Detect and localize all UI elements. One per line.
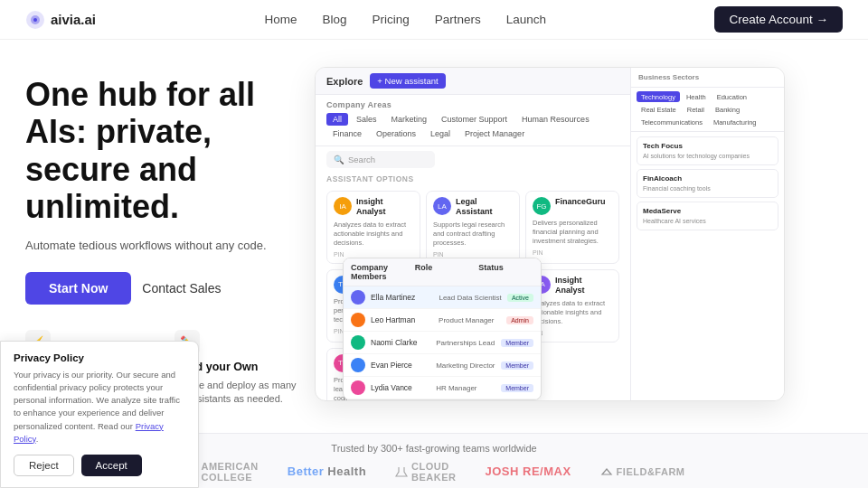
explore-label: Explore xyxy=(326,76,363,87)
sector-tab-retail[interactable]: Retail xyxy=(683,104,709,115)
privacy-buttons: Reject Accept xyxy=(14,455,185,476)
sector-cards: Tech Focus AI solutions for technology c… xyxy=(631,132,784,235)
dashboard-preview: Explore + New assistant Company Areas Al… xyxy=(315,67,785,401)
sector-tab-health[interactable]: Health xyxy=(682,91,711,102)
assistant-avatar-1: LA xyxy=(433,197,451,215)
assistant-card-1[interactable]: LA Legal Assistant Supports legal resear… xyxy=(426,191,520,264)
sector-card-name-1: FinAIcoach xyxy=(643,174,772,183)
member-name-3: Evan Pierce xyxy=(371,361,430,370)
tab-legal[interactable]: Legal xyxy=(424,127,457,140)
logo-cloud-beaker: CLOUDBEAKER xyxy=(395,461,456,483)
new-assistant-button[interactable]: + New assistant xyxy=(370,73,445,89)
member-avatar-2 xyxy=(351,335,365,350)
search-box[interactable]: 🔍 Search xyxy=(326,151,435,168)
member-badge-3: Member xyxy=(501,361,533,370)
member-name-4: Lydia Vance xyxy=(371,383,430,392)
nav-pricing[interactable]: Pricing xyxy=(372,13,409,26)
sector-tab-tech[interactable]: Technology xyxy=(637,91,680,102)
member-row-3[interactable]: Evan Pierce Marketing Director Member xyxy=(344,354,541,377)
assistant-card-0[interactable]: IA Insight Analyst Analyzes data to extr… xyxy=(326,191,420,264)
company-areas-label: Company Areas xyxy=(326,100,619,109)
company-areas: Company Areas All Sales Marketing Custom… xyxy=(316,95,630,146)
navbar: aivia.ai Home Blog Pricing Partners Laun… xyxy=(0,0,868,40)
sector-tab-telco[interactable]: Telecommunications xyxy=(637,117,707,127)
sector-card-1[interactable]: FinAIcoach Financial coaching tools xyxy=(637,169,778,198)
member-row-2[interactable]: Naomi Clarke Partnerships Lead Member xyxy=(344,332,541,354)
members-overlay: Company Members Role Status Ella Martine… xyxy=(343,258,542,400)
assistant-options-label: ASSISTANT OPTIONS xyxy=(326,174,619,183)
tab-all[interactable]: All xyxy=(326,113,348,126)
logo-icon xyxy=(25,10,45,30)
accept-button[interactable]: Accept xyxy=(81,455,142,476)
sector-card-name-2: MedaServe xyxy=(643,207,772,215)
hero-right: Explore + New assistant Company Areas Al… xyxy=(315,67,843,433)
sector-tab-edu[interactable]: Education xyxy=(712,91,751,102)
tab-operations[interactable]: Operations xyxy=(370,127,422,140)
sector-card-name-0: Tech Focus xyxy=(643,142,772,150)
hero-title: One hub for all AIs: private, secure and… xyxy=(25,76,297,226)
assistant-avatar-0: IA xyxy=(334,197,352,215)
privacy-text: Your privacy is our priority. Our secure… xyxy=(14,369,185,446)
member-avatar-3 xyxy=(351,358,365,372)
assistant-pin-0: PIN xyxy=(334,251,413,258)
member-badge-2: Member xyxy=(501,339,533,347)
assistant-desc-5: Analyzes data to extract actionable insi… xyxy=(533,299,612,326)
member-row-4[interactable]: Lydia Vance HR Manager Member xyxy=(344,377,541,399)
tab-marketing[interactable]: Marketing xyxy=(385,113,434,126)
tab-sales[interactable]: Sales xyxy=(350,113,383,126)
dashboard-topbar: Explore + New assistant xyxy=(316,68,630,95)
tab-finance[interactable]: Finance xyxy=(326,127,368,140)
assistant-avatar-2: FG xyxy=(533,197,551,215)
assistant-pin-1: PIN xyxy=(433,251,513,258)
member-role-3: Marketing Director xyxy=(436,361,495,370)
sector-tab-re[interactable]: Real Estate xyxy=(637,104,681,115)
logo[interactable]: aivia.ai xyxy=(25,10,96,30)
member-role-0: Lead Data Scientist xyxy=(439,294,501,302)
member-row-0[interactable]: Ella Martinez Lead Data Scientist Active xyxy=(344,286,541,309)
member-role-2: Partnerships Lead xyxy=(436,339,495,347)
nav-blog[interactable]: Blog xyxy=(322,13,346,26)
hero-subtitle: Automate tedious workflows without any c… xyxy=(25,239,297,252)
sector-card-0[interactable]: Tech Focus AI solutions for technology c… xyxy=(637,136,778,165)
sector-tab-mfg[interactable]: Manufacturing xyxy=(709,117,761,127)
tab-customer-support[interactable]: Customer Support xyxy=(435,113,514,126)
tab-hr[interactable]: Human Resources xyxy=(515,113,596,126)
nav-home[interactable]: Home xyxy=(264,13,297,26)
privacy-policy-link[interactable]: Privacy Policy xyxy=(14,421,164,444)
sector-card-desc-1: Financial coaching tools xyxy=(643,184,772,192)
assistant-desc-2: Delivers personalized financial planning… xyxy=(533,219,612,246)
member-badge-1: Admin xyxy=(506,316,533,324)
logo-text: aivia.ai xyxy=(51,12,96,27)
member-avatar-1 xyxy=(351,313,365,327)
assistant-desc-0: Analyzes data to extract actionable insi… xyxy=(334,221,413,248)
create-account-button[interactable]: Create Account → xyxy=(714,6,843,33)
member-name-1: Leo Hartman xyxy=(371,315,433,324)
privacy-banner: Privacy Policy Your privacy is our prior… xyxy=(0,341,199,489)
member-name-2: Naomi Clarke xyxy=(371,338,430,347)
tab-pm[interactable]: Project Manager xyxy=(458,127,531,140)
logo-josh-remax: JOSH RE/MAX xyxy=(486,465,571,478)
nav-launch[interactable]: Launch xyxy=(506,13,546,26)
member-name-0: Ella Martinez xyxy=(371,293,433,302)
logo-better-health: BetterHealth xyxy=(288,465,366,478)
nav-partners[interactable]: Partners xyxy=(435,13,481,26)
sector-card-desc-2: Healthcare AI services xyxy=(643,217,772,225)
reject-button[interactable]: Reject xyxy=(14,455,74,476)
member-role-4: HR Manager xyxy=(436,384,495,392)
members-header: Company Members Role Status xyxy=(344,258,541,286)
sector-tabs: Technology Health Education Real Estate … xyxy=(631,88,784,132)
search-icon: 🔍 xyxy=(334,155,344,164)
sector-card-2[interactable]: MedaServe Healthcare AI services xyxy=(637,202,778,230)
assistant-card-2[interactable]: FG FinanceGuru Delivers personalized fin… xyxy=(525,191,619,264)
sectors-panel: Business Sectors Technology Health Educa… xyxy=(630,68,784,400)
contact-sales-button[interactable]: Contact Sales xyxy=(142,281,221,296)
member-row-1[interactable]: Leo Hartman Product Manager Admin xyxy=(344,309,541,332)
sectors-header: Business Sectors xyxy=(631,68,784,88)
search-area: 🔍 Search xyxy=(316,146,630,173)
sector-card-desc-0: AI solutions for technology companies xyxy=(643,152,772,160)
start-now-button[interactable]: Start Now xyxy=(25,272,131,305)
sector-tab-bank[interactable]: Banking xyxy=(711,104,744,115)
assistant-name-0: Insight Analyst xyxy=(356,197,413,217)
company-tabs: All Sales Marketing Customer Support Hum… xyxy=(326,113,619,140)
beaker-icon xyxy=(395,465,408,478)
